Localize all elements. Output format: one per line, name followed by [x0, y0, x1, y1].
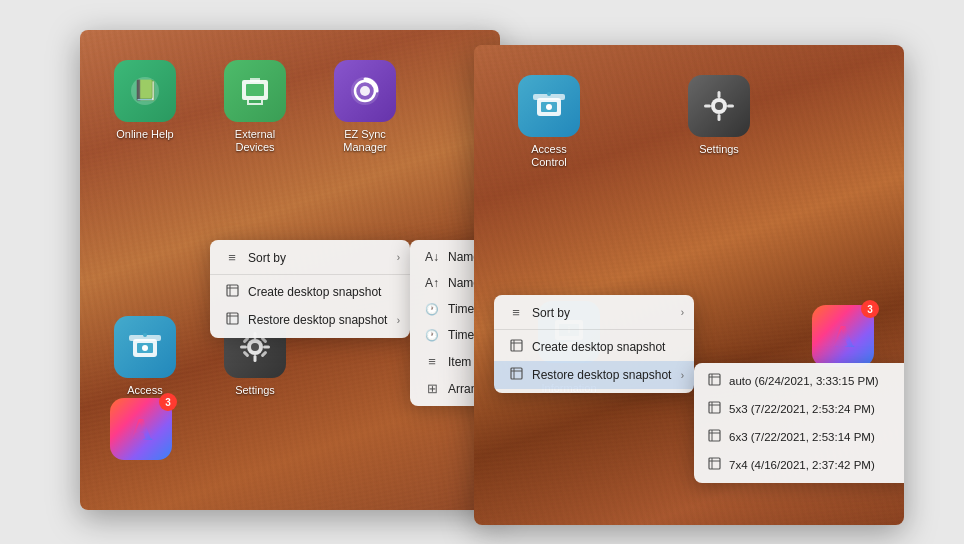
snap-6x3-icon	[708, 429, 721, 445]
snap-auto-icon	[708, 373, 721, 389]
svg-rect-56	[709, 430, 720, 441]
screenshot-left: 📗 Online Help External Device	[80, 30, 500, 510]
desktop-background-left[interactable]: 📗 Online Help External Device	[80, 30, 500, 510]
menu-restore-snapshot-right[interactable]: Restore desktop snapshot ›	[494, 361, 694, 389]
sort-arrow-left: ›	[397, 252, 400, 263]
context-menu-left: ≡ Sort by › Create desktop snapshot Rest…	[210, 240, 410, 338]
svg-rect-16	[240, 345, 247, 348]
app-icon-online-help[interactable]: 📗 Online Help	[110, 60, 180, 154]
menu-sort-by-left[interactable]: ≡ Sort by ›	[210, 244, 410, 271]
create-snapshot-label-left: Create desktop snapshot	[248, 285, 381, 299]
arc-icon-left[interactable]: A 3	[110, 398, 172, 460]
snap-6x3-label: 6x3 (7/22/2021, 2:53:14 PM)	[729, 431, 875, 443]
menu-create-snapshot-left[interactable]: Create desktop snapshot	[210, 278, 410, 306]
restore-snap-icon-left	[224, 312, 240, 328]
icon-access-control-img	[114, 316, 176, 378]
svg-point-30	[546, 104, 552, 110]
snap-5x3-icon	[708, 401, 721, 417]
scene: 📗 Online Help External Device	[0, 0, 964, 544]
svg-rect-59	[709, 458, 720, 469]
svg-text:📗: 📗	[133, 78, 158, 102]
snap-7x4-label: 7x4 (4/16/2021, 2:37:42 PM)	[729, 459, 875, 471]
svg-point-32	[547, 92, 551, 96]
arc-badge-left: 3	[159, 393, 177, 411]
snapshot-5x3[interactable]: 5x3 (7/22/2021, 2:53:24 PM)	[694, 395, 904, 423]
arc-badge-right: 3	[861, 300, 879, 318]
svg-rect-22	[227, 285, 238, 296]
restore-snap-icon-right	[508, 367, 524, 383]
icon-access-control-right-img	[518, 75, 580, 137]
sort-time-new-icon: 🕐	[424, 329, 440, 342]
sort-by-label-left: Sort by	[248, 251, 286, 265]
svg-rect-36	[718, 114, 721, 121]
sort-arrow-right: ›	[681, 307, 684, 318]
label-access-control-right: Access Control	[514, 143, 584, 169]
icon-ez-sync-img	[334, 60, 396, 122]
menu-restore-snapshot-left[interactable]: Restore desktop snapshot ›	[210, 306, 410, 334]
icon-online-help-img: 📗	[114, 60, 176, 122]
divider-left-1	[210, 274, 410, 275]
arc-icon-img-right: A 3	[812, 305, 874, 367]
label-external-devices: External Devices	[220, 128, 290, 154]
divider-right-1	[494, 329, 694, 330]
svg-rect-15	[254, 355, 257, 362]
svg-rect-3	[246, 84, 264, 96]
create-snap-icon-right	[508, 339, 524, 355]
label-settings-right: Settings	[699, 143, 739, 156]
snap-auto-label: auto (6/24/2021, 3:33:15 PM)	[729, 375, 879, 387]
snapshot-7x4[interactable]: 7x4 (4/16/2021, 2:37:42 PM)	[694, 451, 904, 479]
sort-icon-left: ≡	[224, 250, 240, 265]
desktop-background-right[interactable]: Access Control Settings	[474, 45, 904, 525]
snapshot-6x3[interactable]: 6x3 (7/22/2021, 2:53:14 PM)	[694, 423, 904, 451]
restore-snapshot-label-right: Restore desktop snapshot	[532, 368, 671, 382]
sort-icon-right: ≡	[508, 305, 524, 320]
label-online-help: Online Help	[116, 128, 173, 141]
icons-row-top-right: Access Control Settings	[514, 75, 754, 169]
svg-point-34	[715, 102, 723, 110]
sort-az-icon: A↓	[424, 250, 440, 264]
icon-external-devices-img	[224, 60, 286, 122]
label-settings-left: Settings	[235, 384, 275, 397]
icons-row-top-left: 📗 Online Help External Device	[110, 60, 400, 154]
svg-rect-35	[718, 91, 721, 98]
item-type-icon: ≡	[424, 354, 440, 369]
app-icon-ez-sync[interactable]: EZ Sync Manager	[330, 60, 400, 154]
restore-snapshot-label-left: Restore desktop snapshot	[248, 313, 387, 327]
snapshot-auto[interactable]: auto (6/24/2021, 3:33:15 PM)	[694, 367, 904, 395]
app-icon-settings-right[interactable]: Settings	[684, 75, 754, 169]
restore-arrow-right: ›	[681, 370, 684, 381]
sort-za-icon: A↑	[424, 276, 440, 290]
svg-rect-53	[709, 402, 720, 413]
label-ez-sync: EZ Sync Manager	[330, 128, 400, 154]
icon-settings-right-img	[688, 75, 750, 137]
restore-arrow-left: ›	[397, 315, 400, 326]
svg-rect-17	[263, 345, 270, 348]
svg-rect-38	[727, 105, 734, 108]
svg-point-11	[143, 333, 147, 337]
svg-rect-37	[704, 105, 711, 108]
svg-point-9	[142, 345, 148, 351]
arc-icon-right[interactable]: A 3	[812, 305, 874, 367]
arc-icon-img-left: A 3	[110, 398, 172, 460]
screenshot-right: Access Control Settings	[474, 45, 904, 525]
create-snapshot-label-right: Create desktop snapshot	[532, 340, 665, 354]
app-icon-external-devices[interactable]: External Devices	[220, 60, 290, 154]
create-snap-icon-left	[224, 284, 240, 300]
svg-rect-47	[511, 368, 522, 379]
restore-submenu-right: auto (6/24/2021, 3:33:15 PM) 5x3 (7/22/2…	[694, 363, 904, 483]
snap-7x4-icon	[708, 457, 721, 473]
menu-create-snapshot-right[interactable]: Create desktop snapshot	[494, 333, 694, 361]
svg-point-6	[360, 86, 370, 96]
context-menu-right: ≡ Sort by › Create desktop snapshot Rest…	[494, 295, 694, 393]
svg-rect-25	[227, 313, 238, 324]
snap-5x3-label: 5x3 (7/22/2021, 2:53:24 PM)	[729, 403, 875, 415]
sort-by-label-right: Sort by	[532, 306, 570, 320]
menu-sort-by-right[interactable]: ≡ Sort by ›	[494, 299, 694, 326]
svg-rect-44	[511, 340, 522, 351]
svg-point-13	[251, 343, 259, 351]
app-icon-access-control-right[interactable]: Access Control	[514, 75, 584, 169]
sort-time-old-icon: 🕐	[424, 303, 440, 316]
arrange-icon: ⊞	[424, 381, 440, 396]
svg-rect-50	[709, 374, 720, 385]
